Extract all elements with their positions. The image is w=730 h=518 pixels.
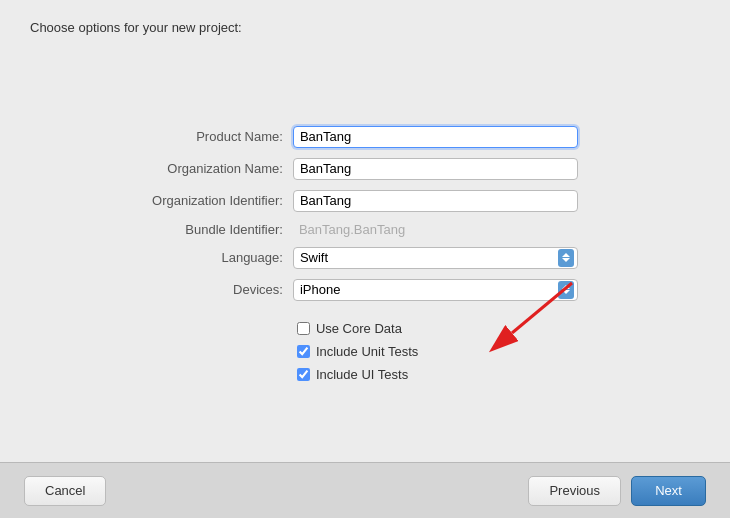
- dialog-title: Choose options for your new project:: [30, 20, 700, 35]
- bundle-identifier-label: Bundle Identifier:: [152, 220, 293, 239]
- language-label: Language:: [152, 245, 293, 271]
- include-unit-tests-label[interactable]: Include Unit Tests: [316, 344, 418, 359]
- product-name-input[interactable]: [293, 126, 578, 148]
- next-button[interactable]: Next: [631, 476, 706, 506]
- org-name-input[interactable]: [293, 158, 578, 180]
- product-name-row: Product Name:: [152, 124, 578, 150]
- bundle-identifier-control: BanTang.BanTang: [293, 220, 578, 239]
- checkboxes-control: Use Core Data Include Unit Tests Include…: [293, 309, 578, 384]
- devices-control: iPhone iPad Universal: [293, 277, 578, 303]
- product-name-control: [293, 124, 578, 150]
- include-ui-tests-row: Include UI Tests: [297, 367, 578, 382]
- dialog: Choose options for your new project: Pro…: [0, 0, 730, 462]
- form-area: Product Name: Organization Name: Organiz…: [30, 65, 700, 462]
- checkboxes-spacer: [152, 309, 293, 384]
- language-control: Swift Objective-C: [293, 245, 578, 271]
- include-ui-tests-checkbox[interactable]: [297, 368, 310, 381]
- cancel-button[interactable]: Cancel: [24, 476, 106, 506]
- org-identifier-control: [293, 188, 578, 214]
- previous-button[interactable]: Previous: [528, 476, 621, 506]
- checkboxes-area: Use Core Data Include Unit Tests Include…: [297, 317, 578, 382]
- btn-group-right: Previous Next: [528, 476, 706, 506]
- org-name-label: Organization Name:: [152, 156, 293, 182]
- devices-row: Devices: iPhone iPad Universal: [152, 277, 578, 303]
- bundle-identifier-row: Bundle Identifier: BanTang.BanTang: [152, 220, 578, 239]
- product-name-label: Product Name:: [152, 124, 293, 150]
- devices-select[interactable]: iPhone iPad Universal: [293, 279, 578, 301]
- org-identifier-row: Organization Identifier:: [152, 188, 578, 214]
- include-unit-tests-checkbox[interactable]: [297, 345, 310, 358]
- org-name-control: [293, 156, 578, 182]
- org-identifier-input[interactable]: [293, 190, 578, 212]
- org-identifier-label: Organization Identifier:: [152, 188, 293, 214]
- devices-select-wrapper[interactable]: iPhone iPad Universal: [293, 279, 578, 301]
- form-table: Product Name: Organization Name: Organiz…: [152, 118, 578, 390]
- use-core-data-row: Use Core Data: [297, 321, 578, 336]
- form-rows-wrapper: Product Name: Organization Name: Organiz…: [152, 118, 578, 390]
- language-row: Language: Swift Objective-C: [152, 245, 578, 271]
- include-unit-tests-row: Include Unit Tests: [297, 344, 578, 359]
- bundle-identifier-value: BanTang.BanTang: [293, 220, 411, 239]
- bottom-bar: Cancel Previous Next: [0, 462, 730, 518]
- use-core-data-checkbox[interactable]: [297, 322, 310, 335]
- language-select-wrapper[interactable]: Swift Objective-C: [293, 247, 578, 269]
- use-core-data-label[interactable]: Use Core Data: [316, 321, 402, 336]
- devices-label: Devices:: [152, 277, 293, 303]
- checkboxes-row: Use Core Data Include Unit Tests Include…: [152, 309, 578, 384]
- language-select[interactable]: Swift Objective-C: [293, 247, 578, 269]
- include-ui-tests-label[interactable]: Include UI Tests: [316, 367, 408, 382]
- org-name-row: Organization Name:: [152, 156, 578, 182]
